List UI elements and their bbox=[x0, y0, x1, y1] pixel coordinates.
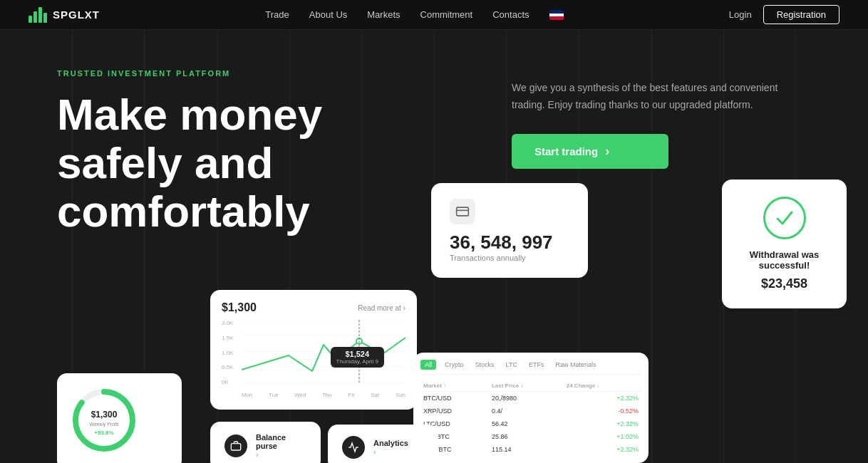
balance-text-wrap: Balance purse › bbox=[256, 433, 306, 459]
withdrawal-amount: $23,458 bbox=[736, 276, 832, 291]
nav-commitment[interactable]: Commitment bbox=[420, 9, 473, 20]
logo-bar-1 bbox=[29, 16, 32, 23]
y-label-3: 1.5K bbox=[222, 335, 239, 341]
navbar: SPGLXT Trade About Us Markets Commitment… bbox=[0, 0, 868, 30]
change-ltcusd: +2.32% bbox=[564, 417, 641, 430]
transactions-number: 36, 548, 997 bbox=[450, 232, 569, 254]
market-col-change[interactable]: 24 Change ↓ bbox=[564, 380, 641, 392]
x-wed: Wed bbox=[294, 392, 306, 398]
price-btcusd: 20,/8980 bbox=[489, 392, 564, 405]
x-thu: Thu bbox=[322, 392, 332, 398]
chart-tooltip: $1,524 Thursday, April 9 bbox=[331, 347, 384, 368]
market-table: Market ↑ Last Price ↓ 24 Change ↓ BTC/US… bbox=[420, 380, 641, 456]
withdrawal-text: Withdrawal was successful! bbox=[736, 249, 832, 271]
market-tabs: All Crypto Stocks LTC ETFs Raw Materials bbox=[420, 360, 641, 375]
price-ltcusd: 56.42 bbox=[489, 417, 564, 430]
analytics-text-wrap: Analytics › bbox=[373, 439, 408, 456]
logo[interactable]: SPGLXT bbox=[29, 7, 100, 23]
nav-auth: Login Registration bbox=[729, 5, 839, 24]
y-label-0: 0K bbox=[222, 379, 239, 385]
logo-bar-2 bbox=[33, 11, 37, 23]
hero-title-line1: Make money bbox=[57, 90, 322, 139]
register-button[interactable]: Registration bbox=[763, 5, 839, 24]
analytics-label: Analytics bbox=[373, 439, 408, 447]
logo-bar-4 bbox=[43, 13, 47, 23]
price-bchbtc: 115.14 bbox=[489, 443, 564, 456]
chart-x-labels: Mon Tue Wed Thu Fri Sat Sun bbox=[242, 392, 405, 398]
language-flag-icon[interactable] bbox=[549, 10, 564, 20]
market-tab-ltc[interactable]: LTC bbox=[503, 360, 520, 370]
chart-amount: $1,300 bbox=[222, 301, 257, 314]
x-sat: Sat bbox=[371, 392, 379, 398]
card-withdrawal: Withdrawal was successful! $23,458 bbox=[722, 180, 847, 308]
chart-read-more[interactable]: Read more at › bbox=[358, 304, 405, 312]
table-row: BTC/USD 20,/8980 +2.32% bbox=[420, 392, 641, 405]
nav-markets[interactable]: Markets bbox=[367, 9, 400, 20]
hero-description: We give you a synthesis of the best feat… bbox=[512, 80, 782, 114]
nav-contacts[interactable]: Contacts bbox=[492, 9, 529, 20]
x-sun: Sun bbox=[396, 392, 405, 398]
start-trading-arrow-icon: › bbox=[605, 144, 609, 159]
analytics-icon bbox=[342, 436, 365, 459]
chart-y-labels: 2.0K 1.5K 1.0K 0.5K 0K bbox=[222, 320, 239, 385]
nav-trade[interactable]: Trade bbox=[265, 9, 289, 20]
svg-rect-14 bbox=[231, 444, 240, 450]
table-row: XRP/USD 0.4/ -0.52% bbox=[420, 405, 641, 417]
table-row: BCH/BTC 115.14 +2.32% bbox=[420, 443, 641, 456]
hero-title-line2: safely and bbox=[57, 138, 273, 187]
market-tab-raw[interactable]: Raw Materials bbox=[552, 360, 599, 370]
hero-left: TRUSTED INVESTMENT PLATFORM Make money s… bbox=[57, 69, 385, 236]
card-weekly-profit: $1,300 Weekly Profit +93.8% bbox=[57, 373, 182, 463]
transactions-svg-icon bbox=[455, 204, 470, 219]
hero-title-line3: comfortably bbox=[57, 187, 310, 236]
nav-about[interactable]: About Us bbox=[309, 9, 347, 20]
change-bchbtc: +2.32% bbox=[564, 443, 641, 456]
logo-icon bbox=[29, 7, 47, 23]
pair-btcusd: BTC/USD bbox=[420, 392, 489, 405]
check-circle-icon bbox=[763, 197, 806, 239]
balance-arrow-icon[interactable]: › bbox=[256, 450, 306, 459]
logo-text: SPGLXT bbox=[53, 9, 100, 21]
market-col-market[interactable]: Market ↑ bbox=[420, 380, 489, 392]
x-fri: Fri bbox=[348, 392, 354, 398]
weekly-circle-chart: $1,300 Weekly Profit +93.8% bbox=[68, 385, 140, 456]
market-tab-all[interactable]: All bbox=[420, 360, 436, 370]
transactions-icon bbox=[450, 199, 475, 224]
y-label-1: 0.5K bbox=[222, 364, 239, 370]
card-transactions: 36, 548, 997 Transactions annually bbox=[431, 183, 588, 278]
login-button[interactable]: Login bbox=[729, 9, 752, 20]
analytics-arrow-icon[interactable]: › bbox=[373, 447, 408, 456]
change-ltcbtc: +1.02% bbox=[564, 430, 641, 443]
tooltip-date: Thursday, April 9 bbox=[336, 358, 378, 365]
hero-title: Make money safely and comfortably bbox=[57, 90, 385, 236]
market-tab-etfs[interactable]: ETFs bbox=[526, 360, 547, 370]
x-mon: Mon bbox=[242, 392, 253, 398]
balance-svg-icon bbox=[230, 440, 242, 452]
analytics-svg-icon bbox=[348, 442, 359, 453]
tooltip-price: $1,524 bbox=[336, 350, 378, 358]
start-trading-label: Start trading bbox=[534, 145, 598, 157]
hero-section: TRUSTED INVESTMENT PLATFORM Make money s… bbox=[0, 30, 868, 463]
transactions-label: Transactions annually bbox=[450, 254, 569, 262]
start-trading-button[interactable]: Start trading › bbox=[512, 134, 668, 169]
y-label-4: 2.0K bbox=[222, 320, 239, 326]
pair-xrpusd: XRP/USD bbox=[420, 405, 489, 417]
balance-label: Balance purse bbox=[256, 433, 306, 450]
change-btcusd: +2.32% bbox=[564, 392, 641, 405]
card-market: All Crypto Stocks LTC ETFs Raw Materials… bbox=[413, 353, 649, 463]
balance-icon bbox=[224, 435, 247, 457]
price-ltcbtc: 25.86 bbox=[489, 430, 564, 443]
market-tab-stocks[interactable]: Stocks bbox=[472, 360, 497, 370]
hero-right: We give you a synthesis of the best feat… bbox=[512, 80, 782, 169]
x-tue: Tue bbox=[269, 392, 279, 398]
market-col-price[interactable]: Last Price ↓ bbox=[489, 380, 564, 392]
market-tab-crypto[interactable]: Crypto bbox=[442, 360, 467, 370]
y-label-2: 1.0K bbox=[222, 350, 239, 356]
change-xrpusd: -0.52% bbox=[564, 405, 641, 417]
card-chart: $1,300 Read more at › 2.0K 1.5K 1.0K 0.5… bbox=[210, 290, 417, 410]
price-xrpusd: 0.4/ bbox=[489, 405, 564, 417]
chart-area: 2.0K 1.5K 1.0K 0.5K 0K bbox=[222, 320, 405, 398]
table-row: LTC/BTC 25.86 +1.02% bbox=[420, 430, 641, 443]
card-balance: Balance purse › bbox=[210, 422, 321, 463]
svg-rect-12 bbox=[457, 207, 469, 216]
